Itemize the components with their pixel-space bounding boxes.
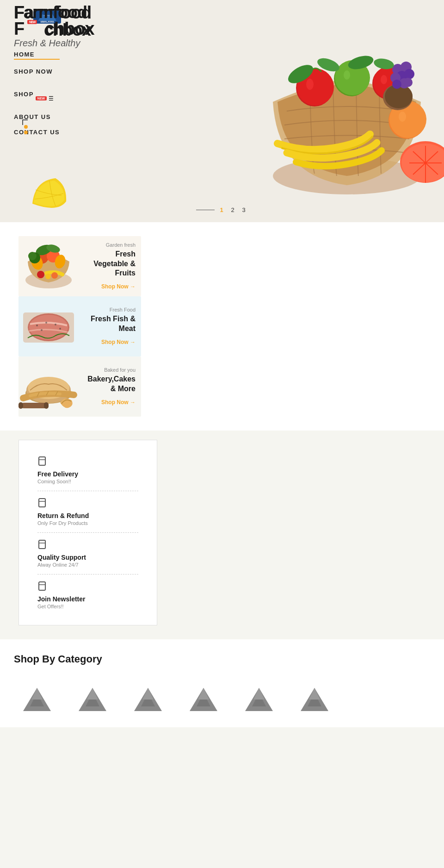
svg-point-53 [36,325,38,326]
slider-dot-3[interactable]: 3 [240,206,248,214]
category-icon-2 [69,676,116,713]
new-badge: NEW [27,20,37,24]
category-item-3[interactable] [125,676,171,713]
bakery-cta[interactable]: Shop Now → [101,399,136,406]
svg-text:VALLEY: VALLEY [44,14,51,17]
category-section: Shop By Category [0,639,444,727]
page-wrapper: Farmfood HIMALAYAN VALLEY Foochbox NEW [0,0,444,727]
category-icon-6 [291,676,338,713]
svg-point-49 [45,274,51,279]
svg-point-57 [41,329,43,331]
svg-rect-69 [39,499,45,507]
support-icon [37,539,138,552]
promo-section: Garden fresh Fresh Vegetable & Fruits Sh… [0,222,444,431]
nav-badge-new: NEW [36,96,47,100]
feature-newsletter: Join Newsletter Get Offers!! [37,575,138,616]
logo-area: Farmfood HIMALAYAN VALLEY Foochbox NEW [14,4,94,39]
svg-rect-65 [18,402,23,409]
slider-controls: 1 2 3 [196,206,248,214]
svg-point-46 [28,252,37,260]
nav-shop-now[interactable]: SHOP NOW [14,68,53,75]
svg-point-52 [29,315,68,340]
category-item-5[interactable] [236,676,282,713]
promo-card-fish: Fresh Food Fresh Fish & Meat Shop Now → [18,296,141,356]
category-icon-3 [125,676,171,713]
feature-delivery: Free Delivery Coming Soon!! [37,450,138,491]
slider-line [196,210,215,210]
features-section: Free Delivery Coming Soon!! Return & Ref… [18,440,157,625]
newsletter-desc: Get Offers!! [37,604,138,609]
lemon-decoration [30,176,67,208]
svg-marker-92 [309,688,320,699]
feature-support: Quality Support Alway Online 24/7 [37,533,138,575]
category-item-4[interactable] [180,676,227,713]
svg-point-14 [344,70,350,80]
svg-point-32 [392,80,401,89]
return-title: Return & Refund [37,512,138,519]
category-item-6[interactable] [291,676,338,713]
deco-corner [22,119,28,125]
category-icon-5 [236,676,282,713]
fish-cta[interactable]: Shop Now → [101,339,136,345]
svg-point-55 [55,324,56,325]
svg-point-56 [59,328,61,330]
svg-rect-66 [44,402,49,409]
veg-title: Fresh Vegetable & Fruits [84,250,136,278]
veg-card-content: Garden fresh Fresh Vegetable & Fruits Sh… [79,237,141,295]
support-desc: Alway Online 24/7 [37,562,138,568]
veg-label: Garden fresh [84,242,136,248]
fish-title: Fresh Fish & Meat [84,314,136,334]
svg-point-17 [399,112,406,122]
newsletter-title: Join Newsletter [37,595,138,603]
bakery-label: Baked for you [84,367,136,373]
nav-about[interactable]: ABOUT US [14,113,60,120]
veg-cta[interactable]: Shop Now → [101,283,136,290]
fish-label: Fresh Food [84,307,136,312]
fish-image [18,299,79,354]
nav-shop[interactable]: SHOP [14,91,34,98]
category-heading: Shop By Category [14,653,430,665]
svg-point-47 [37,271,44,278]
hero-section: Farmfood HIMALAYAN VALLEY Foochbox NEW [0,0,444,222]
slider-dot-1[interactable]: 1 [217,206,226,214]
category-grid [14,676,430,713]
svg-marker-89 [253,688,265,699]
svg-point-8 [306,79,314,90]
category-item-2[interactable] [69,676,116,713]
delivery-title: Free Delivery [37,470,138,478]
feature-return: Return & Refund Only For Dry Products [37,491,138,533]
main-nav: HOME SHOP NOW SHOP NEW ☰ ABOUT US CONTAC… [14,51,60,144]
promo-card-bakery: Baked for you Bakery,Cakes & More Shop N… [18,356,141,417]
svg-marker-86 [198,688,209,699]
delivery-desc: Coming Soon!! [37,479,138,484]
category-icon-1 [14,676,60,713]
veg-image [18,238,79,294]
svg-rect-67 [39,457,45,465]
svg-rect-71 [39,540,45,549]
deco-dots [24,125,28,136]
nav-contact[interactable]: CONTACT US [14,129,60,136]
bakery-title: Bakery,Cakes & More [84,375,136,394]
support-title: Quality Support [37,554,138,561]
svg-marker-77 [31,688,43,699]
return-desc: Only For Dry Products [37,520,138,526]
svg-marker-83 [142,688,154,699]
svg-point-33 [403,78,413,87]
svg-rect-73 [39,582,45,590]
tagline: Fresh & Healthy [14,38,80,49]
fish-card-content: Fresh Food Fresh Fish & Meat Shop Now → [79,302,141,350]
hero-fruit-image [185,9,444,213]
slider-dot-2[interactable]: 2 [228,206,237,214]
delivery-icon [37,456,138,468]
nav-home[interactable]: HOME [14,51,60,60]
svg-point-11 [381,75,387,84]
category-item-1[interactable] [14,676,60,713]
promo-card-veg: Garden fresh Fresh Vegetable & Fruits Sh… [18,236,141,296]
category-icon-4 [180,676,227,713]
newsletter-icon [37,581,138,593]
return-icon [37,498,138,510]
bakery-image [18,359,79,414]
svg-point-54 [45,322,47,324]
bakery-card-content: Baked for you Bakery,Cakes & More Shop N… [79,362,141,411]
svg-marker-80 [87,688,98,699]
